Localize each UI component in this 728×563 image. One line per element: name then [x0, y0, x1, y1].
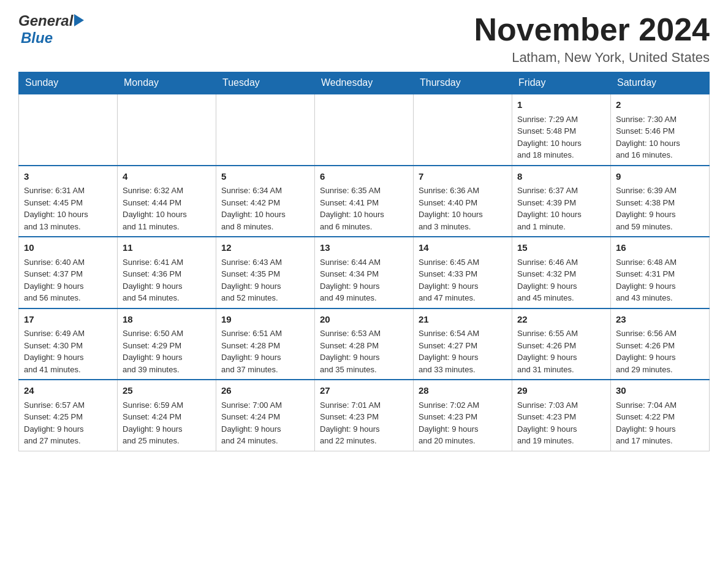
calendar-table: SundayMondayTuesdayWednesdayThursdayFrid…	[18, 72, 710, 451]
day-info: Sunrise: 6:40 AM Sunset: 4:37 PM Dayligh…	[24, 256, 112, 304]
day-info: Sunrise: 6:48 AM Sunset: 4:31 PM Dayligh…	[616, 256, 704, 304]
calendar-cell: 23Sunrise: 6:56 AM Sunset: 4:26 PM Dayli…	[611, 308, 710, 380]
day-number: 24	[24, 384, 112, 398]
calendar-week-row: 3Sunrise: 6:31 AM Sunset: 4:45 PM Daylig…	[19, 166, 710, 237]
day-number: 18	[123, 313, 211, 327]
day-info: Sunrise: 6:41 AM Sunset: 4:36 PM Dayligh…	[123, 256, 211, 304]
day-info: Sunrise: 6:44 AM Sunset: 4:34 PM Dayligh…	[320, 256, 408, 304]
day-number: 1	[517, 98, 605, 112]
day-number: 5	[221, 170, 309, 184]
day-info: Sunrise: 7:03 AM Sunset: 4:23 PM Dayligh…	[517, 399, 605, 447]
day-number: 15	[517, 241, 605, 255]
day-number: 13	[320, 241, 408, 255]
day-number: 11	[123, 241, 211, 255]
day-number: 27	[320, 384, 408, 398]
day-info: Sunrise: 7:29 AM Sunset: 5:48 PM Dayligh…	[517, 113, 605, 161]
calendar-cell: 17Sunrise: 6:49 AM Sunset: 4:30 PM Dayli…	[19, 308, 118, 380]
calendar-week-row: 10Sunrise: 6:40 AM Sunset: 4:37 PM Dayli…	[19, 237, 710, 308]
day-info: Sunrise: 6:50 AM Sunset: 4:29 PM Dayligh…	[123, 327, 211, 375]
location-subtitle: Latham, New York, United States	[474, 50, 710, 66]
calendar-cell: 6Sunrise: 6:35 AM Sunset: 4:41 PM Daylig…	[315, 166, 414, 237]
calendar-cell	[315, 94, 414, 166]
calendar-cell: 7Sunrise: 6:36 AM Sunset: 4:40 PM Daylig…	[414, 166, 512, 237]
day-info: Sunrise: 6:32 AM Sunset: 4:44 PM Dayligh…	[123, 185, 211, 232]
day-info: Sunrise: 7:01 AM Sunset: 4:23 PM Dayligh…	[320, 399, 408, 447]
day-info: Sunrise: 7:02 AM Sunset: 4:23 PM Dayligh…	[419, 399, 507, 447]
calendar-cell: 25Sunrise: 6:59 AM Sunset: 4:24 PM Dayli…	[118, 380, 216, 451]
calendar-cell: 9Sunrise: 6:39 AM Sunset: 4:38 PM Daylig…	[611, 166, 710, 237]
calendar-cell: 19Sunrise: 6:51 AM Sunset: 4:28 PM Dayli…	[216, 308, 315, 380]
day-number: 17	[24, 313, 112, 327]
calendar-cell: 26Sunrise: 7:00 AM Sunset: 4:24 PM Dayli…	[216, 380, 315, 451]
day-number: 19	[221, 313, 309, 327]
calendar-week-row: 17Sunrise: 6:49 AM Sunset: 4:30 PM Dayli…	[19, 308, 710, 380]
calendar-cell: 16Sunrise: 6:48 AM Sunset: 4:31 PM Dayli…	[611, 237, 710, 308]
day-info: Sunrise: 6:45 AM Sunset: 4:33 PM Dayligh…	[419, 256, 507, 304]
logo-arrow-icon	[74, 14, 84, 26]
calendar-cell: 29Sunrise: 7:03 AM Sunset: 4:23 PM Dayli…	[512, 380, 611, 451]
calendar-header-row: SundayMondayTuesdayWednesdayThursdayFrid…	[19, 72, 710, 94]
day-info: Sunrise: 6:54 AM Sunset: 4:27 PM Dayligh…	[419, 327, 507, 375]
calendar-cell: 10Sunrise: 6:40 AM Sunset: 4:37 PM Dayli…	[19, 237, 118, 308]
day-info: Sunrise: 6:43 AM Sunset: 4:35 PM Dayligh…	[221, 256, 309, 304]
calendar-cell	[216, 94, 315, 166]
day-number: 4	[123, 170, 211, 184]
day-number: 26	[221, 384, 309, 398]
calendar-cell: 13Sunrise: 6:44 AM Sunset: 4:34 PM Dayli…	[315, 237, 414, 308]
day-number: 29	[517, 384, 605, 398]
day-number: 9	[616, 170, 704, 184]
day-number: 30	[616, 384, 704, 398]
calendar-cell: 30Sunrise: 7:04 AM Sunset: 4:22 PM Dayli…	[611, 380, 710, 451]
weekday-header-sunday: Sunday	[19, 72, 118, 94]
calendar-week-row: 24Sunrise: 6:57 AM Sunset: 4:25 PM Dayli…	[19, 380, 710, 451]
calendar-cell: 12Sunrise: 6:43 AM Sunset: 4:35 PM Dayli…	[216, 237, 315, 308]
day-info: Sunrise: 7:30 AM Sunset: 5:46 PM Dayligh…	[616, 113, 704, 161]
calendar-cell: 18Sunrise: 6:50 AM Sunset: 4:29 PM Dayli…	[118, 308, 216, 380]
weekday-header-wednesday: Wednesday	[315, 72, 414, 94]
day-number: 2	[616, 98, 704, 112]
day-number: 25	[123, 384, 211, 398]
page-header: General Blue November 2024 Latham, New Y…	[18, 12, 710, 66]
day-info: Sunrise: 6:57 AM Sunset: 4:25 PM Dayligh…	[24, 399, 112, 447]
day-number: 22	[517, 313, 605, 327]
weekday-header-tuesday: Tuesday	[216, 72, 315, 94]
day-number: 8	[517, 170, 605, 184]
month-title: November 2024	[474, 12, 710, 47]
day-info: Sunrise: 6:34 AM Sunset: 4:42 PM Dayligh…	[221, 185, 309, 232]
day-number: 10	[24, 241, 112, 255]
logo: General Blue	[18, 12, 84, 47]
day-info: Sunrise: 6:46 AM Sunset: 4:32 PM Dayligh…	[517, 256, 605, 304]
calendar-cell	[118, 94, 216, 166]
day-info: Sunrise: 7:00 AM Sunset: 4:24 PM Dayligh…	[221, 399, 309, 447]
title-area: November 2024 Latham, New York, United S…	[474, 12, 710, 66]
day-number: 14	[419, 241, 507, 255]
day-info: Sunrise: 6:31 AM Sunset: 4:45 PM Dayligh…	[24, 185, 112, 232]
day-number: 21	[419, 313, 507, 327]
day-number: 3	[24, 170, 112, 184]
calendar-cell: 4Sunrise: 6:32 AM Sunset: 4:44 PM Daylig…	[118, 166, 216, 237]
day-number: 20	[320, 313, 408, 327]
calendar-cell: 1Sunrise: 7:29 AM Sunset: 5:48 PM Daylig…	[512, 94, 611, 166]
day-info: Sunrise: 6:39 AM Sunset: 4:38 PM Dayligh…	[616, 185, 704, 232]
day-number: 6	[320, 170, 408, 184]
weekday-header-friday: Friday	[512, 72, 611, 94]
calendar-cell: 14Sunrise: 6:45 AM Sunset: 4:33 PM Dayli…	[414, 237, 512, 308]
calendar-cell: 20Sunrise: 6:53 AM Sunset: 4:28 PM Dayli…	[315, 308, 414, 380]
calendar-cell	[19, 94, 118, 166]
weekday-header-thursday: Thursday	[414, 72, 512, 94]
calendar-cell: 5Sunrise: 6:34 AM Sunset: 4:42 PM Daylig…	[216, 166, 315, 237]
weekday-header-saturday: Saturday	[611, 72, 710, 94]
calendar-cell: 28Sunrise: 7:02 AM Sunset: 4:23 PM Dayli…	[414, 380, 512, 451]
day-info: Sunrise: 6:59 AM Sunset: 4:24 PM Dayligh…	[123, 399, 211, 447]
day-info: Sunrise: 7:04 AM Sunset: 4:22 PM Dayligh…	[616, 399, 704, 447]
day-info: Sunrise: 6:56 AM Sunset: 4:26 PM Dayligh…	[616, 327, 704, 375]
calendar-cell: 15Sunrise: 6:46 AM Sunset: 4:32 PM Dayli…	[512, 237, 611, 308]
calendar-cell: 3Sunrise: 6:31 AM Sunset: 4:45 PM Daylig…	[19, 166, 118, 237]
day-info: Sunrise: 6:49 AM Sunset: 4:30 PM Dayligh…	[24, 327, 112, 375]
weekday-header-monday: Monday	[118, 72, 216, 94]
calendar-cell	[414, 94, 512, 166]
day-info: Sunrise: 6:55 AM Sunset: 4:26 PM Dayligh…	[517, 327, 605, 375]
calendar-cell: 11Sunrise: 6:41 AM Sunset: 4:36 PM Dayli…	[118, 237, 216, 308]
calendar-cell: 24Sunrise: 6:57 AM Sunset: 4:25 PM Dayli…	[19, 380, 118, 451]
day-info: Sunrise: 6:53 AM Sunset: 4:28 PM Dayligh…	[320, 327, 408, 375]
